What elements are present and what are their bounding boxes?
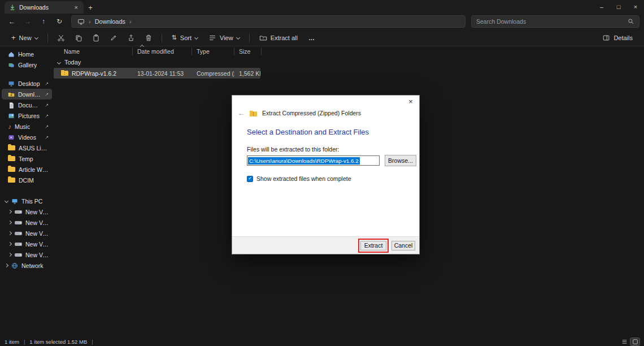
breadcrumb-downloads[interactable]: Downloads [95,18,125,25]
sidebar-item-network[interactable]: Network [2,260,52,271]
show-files-option: ✓ Show extracted files when complete [247,175,419,182]
sidebar-item-music[interactable]: ♪ Music [2,121,52,132]
dialog-close-icon[interactable]: × [402,97,419,106]
sidebar-item-temp[interactable]: Temp [2,153,52,164]
selection-summary: 1 item selected 1.52 MB [29,339,87,345]
home-icon [8,51,15,58]
tab-downloads[interactable]: Downloads × [5,1,84,14]
this-pc-icon [77,18,85,25]
chevron-icon[interactable]: › [129,18,132,25]
sidebar-item-pictures[interactable]: Pictures [2,110,52,121]
sidebar-item-label: DCIM [19,177,34,184]
sidebar-spacer [0,70,54,78]
file-size-cell: 1,562 KB [234,70,260,77]
show-files-checkbox[interactable]: ✓ [247,176,253,182]
sidebar-item-documents[interactable]: Documents [2,100,52,110]
maximize-button[interactable]: □ [610,0,627,14]
search-input[interactable]: Search Downloads [471,15,639,28]
large-icons-view-toggle[interactable] [630,338,639,345]
details-panel-icon [602,34,610,42]
chevron-down-icon[interactable] [57,60,61,64]
chevron-right-icon[interactable] [8,253,12,257]
delete-button[interactable] [141,31,156,45]
desktop-icon [8,80,15,87]
window-controls: – □ × [593,0,644,14]
sidebar-item-asus-live-update[interactable]: ASUS Live Update [2,142,52,153]
sidebar-item-videos[interactable]: Videos [2,132,52,142]
forward-button[interactable]: → [20,15,35,28]
rename-button[interactable] [106,31,121,45]
sidebar-item-desktop[interactable]: Desktop [2,78,52,89]
download-icon [9,4,16,11]
gallery-icon [8,62,15,68]
close-button[interactable]: × [627,0,644,14]
browse-button[interactable]: Browse... [385,155,416,166]
cancel-button[interactable]: Cancel [391,241,415,250]
up-button[interactable]: ↑ [36,15,51,28]
chevron-down-icon [236,36,240,40]
destination-path-input[interactable]: C:\Users\anura\Downloads\RDPWrap-v1.6.2 [247,155,380,166]
chevron-right-icon[interactable] [8,210,12,214]
chevron-right-icon[interactable] [8,231,12,235]
sidebar-item-drive-g[interactable]: New Volume (G:) [2,249,52,260]
sidebar-item-article-written[interactable]: Article Written [2,164,52,175]
copy-button[interactable] [71,31,86,45]
sidebar-item-drive-c[interactable]: New Volume (C:) [2,206,52,217]
view-toggles [620,338,639,345]
sort-label: Sort [180,34,192,41]
sidebar-item-home[interactable]: Home [2,49,52,59]
drive-icon [15,210,22,214]
sidebar-item-downloads[interactable]: Downloads [2,89,52,100]
sidebar-item-drive-f[interactable]: New Volume (F:) [2,239,52,249]
zip-folder-icon [249,110,258,117]
sidebar-item-label: Downloads [18,91,41,98]
details-view-toggle[interactable] [620,338,629,345]
sidebar-item-dcim[interactable]: DCIM [2,175,52,185]
sort-button[interactable]: ⇅ Sort [167,31,202,45]
sidebar-item-drive-d[interactable]: New Volume (D:) [2,217,52,228]
column-header-size[interactable]: Size [234,47,262,55]
share-button[interactable] [123,31,139,45]
drive-icon [15,253,22,257]
tab-title: Downloads [19,4,49,11]
back-button[interactable]: ← [5,15,19,28]
minimize-button[interactable]: – [593,0,610,14]
chevron-right-icon[interactable] [5,263,8,267]
extract-all-button[interactable]: Extract all [255,31,302,45]
zip-folder-icon [259,34,267,42]
status-divider: | [24,339,25,345]
refresh-button[interactable]: ↻ [52,15,67,28]
file-date-cell: 13-01-2024 11:53 [133,70,192,77]
sidebar-item-drive-e[interactable]: New Volume (E:) [2,228,52,239]
group-header-today[interactable]: Today [54,57,644,67]
sidebar-item-label: Home [18,51,34,58]
view-icon [208,34,216,42]
column-header-date-modified[interactable]: Date modified [133,47,192,55]
cut-button[interactable] [53,31,69,45]
divider [249,33,250,42]
column-header-type[interactable]: Type [192,47,234,55]
more-button[interactable]: … [304,31,320,45]
sidebar-item-this-pc[interactable]: This PC [2,196,52,206]
chevron-down-icon[interactable] [5,199,8,203]
details-button[interactable]: Details [598,31,637,45]
extract-button[interactable]: Extract [360,241,386,250]
breadcrumb[interactable]: › Downloads › [71,15,465,28]
column-header-name[interactable]: Name [54,47,133,55]
dialog-header: ← Extract Compressed (Zipped) Folders [232,107,419,119]
extract-dialog: × ← Extract Compressed (Zipped) Folders … [232,95,420,254]
chevron-right-icon[interactable] [8,242,12,246]
details-label: Details [613,34,633,41]
new-button[interactable]: + New [7,31,42,45]
tab-close-icon[interactable]: × [73,4,79,11]
chevron-right-icon[interactable] [8,220,12,224]
sidebar-item-gallery[interactable]: Gallery [2,59,52,70]
new-tab-button[interactable]: + [84,3,97,12]
sidebar-item-label: Network [21,262,43,269]
pin-icon [45,103,49,107]
music-icon: ♪ [8,123,11,130]
file-row-rdpwrap[interactable]: RDPWrap-v1.6.2 13-01-2024 11:53 Compress… [54,68,260,79]
view-button[interactable]: View [204,31,244,45]
paste-button[interactable] [88,31,104,45]
dialog-back-icon[interactable]: ← [238,109,245,117]
